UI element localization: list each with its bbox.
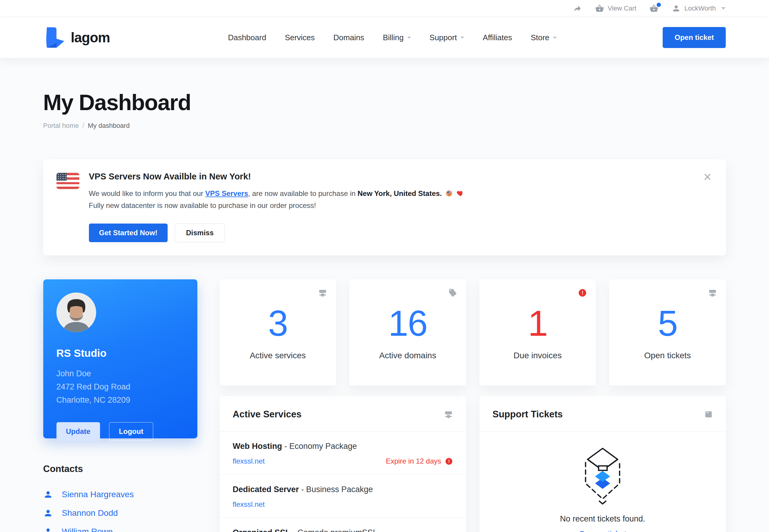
cart-notifications-button[interactable] <box>650 4 659 13</box>
profile-name: John Doe <box>56 367 184 380</box>
update-button[interactable]: Update <box>56 422 100 441</box>
breadcrumb-current: My dashboard <box>88 122 129 130</box>
support-empty-text: No recent tickets found. <box>479 514 726 524</box>
dismiss-button[interactable]: Dismiss <box>175 224 225 242</box>
breadcrumb-portal-home[interactable]: Portal home <box>43 122 79 130</box>
error-icon <box>578 288 587 297</box>
breadcrumb: Portal home / My dashboard <box>43 122 726 130</box>
share-button[interactable] <box>573 4 582 13</box>
person-icon <box>43 490 53 499</box>
contact-name: Shannon Dodd <box>62 508 118 518</box>
user-menu[interactable]: LockWorth <box>672 4 725 13</box>
basket-icon <box>595 4 604 13</box>
ticket-book-icon <box>704 410 713 419</box>
page-title: My Dashboard <box>43 90 726 115</box>
profile-address-line1: 2472 Red Dog Road <box>56 380 184 393</box>
service-domain-link[interactable]: flexssl.net <box>233 457 265 465</box>
open-ticket-button[interactable]: Open ticket <box>663 27 726 48</box>
stat-card-active-services[interactable]: 3 Active services <box>220 279 336 386</box>
service-row[interactable]: Organized SSL - Comodo premiumSSL <box>220 518 466 532</box>
contact-item[interactable]: Shannon Dodd <box>43 508 198 518</box>
stat-card-open-tickets[interactable]: 5 Open tickets <box>609 279 726 386</box>
stat-label: Active domains <box>349 351 466 360</box>
nav-item-domains[interactable]: Domains <box>333 33 364 42</box>
contact-name: Sienna Hargreaves <box>62 490 134 499</box>
open-a-ticket-link[interactable]: Open a ticket <box>579 530 626 532</box>
server-icon <box>318 288 327 297</box>
chevron-down-icon <box>721 7 725 10</box>
dashboard-page: View Cart LockWorth lagom Dashboard <box>0 0 769 532</box>
contact-item[interactable]: Sienna Hargreaves <box>43 489 198 500</box>
red-heart-emoji <box>456 189 464 197</box>
nav-item-affiliates[interactable]: Affiliates <box>483 33 512 42</box>
server-icon <box>708 288 717 297</box>
logo-text: lagom <box>71 29 110 46</box>
logout-button[interactable]: Logout <box>109 422 153 441</box>
stat-label: Active services <box>220 351 336 360</box>
nav-item-dashboard[interactable]: Dashboard <box>228 33 266 42</box>
chevron-down-icon <box>460 37 464 39</box>
banner-actions: Get Started Now! Dismiss <box>89 224 465 242</box>
active-services-panel: Active Services Web Hosting - Economy Pa… <box>220 396 466 532</box>
chevron-down-icon <box>553 37 556 39</box>
person-icon <box>43 508 53 518</box>
nav-item-services[interactable]: Services <box>285 33 315 42</box>
open-envelope-icon <box>576 446 629 506</box>
view-cart-label: View Cart <box>608 5 636 12</box>
nav-item-billing[interactable]: Billing <box>383 33 411 42</box>
service-title: Organized SSL - Comodo premiumSSL <box>233 528 453 532</box>
close-icon[interactable]: × <box>704 172 712 181</box>
chevron-down-icon <box>407 37 411 39</box>
banner-bold-text: New York, United States. <box>357 189 442 197</box>
utility-bar: View Cart LockWorth <box>0 0 769 17</box>
forward-arrow-icon <box>573 4 582 13</box>
stat-label: Due invoices <box>479 351 596 360</box>
lagom-logo-icon <box>43 26 65 50</box>
banner-text: We would like to inform you that our <box>89 189 206 197</box>
service-expire-badge: Expire in 12 days <box>386 457 453 465</box>
left-column: RS Studio John Doe 2472 Red Dog Road Cha… <box>43 279 198 532</box>
server-icon <box>444 410 453 419</box>
breadcrumb-separator: / <box>82 122 84 130</box>
user-name: LockWorth <box>684 5 716 12</box>
profile-company: RS Studio <box>56 347 184 359</box>
banner-body: We would like to inform you that our VPS… <box>89 188 465 199</box>
nav-item-support[interactable]: Support <box>430 33 464 42</box>
contact-item[interactable]: William Rowe <box>43 527 198 532</box>
nav-menu: Dashboard Services Domains Billing Suppo… <box>216 33 556 42</box>
service-title: Web Hosting - Economy Package <box>233 442 453 451</box>
person-icon <box>672 4 681 13</box>
profile-card: RS Studio John Doe 2472 Red Dog Road Cha… <box>43 279 198 438</box>
error-icon <box>445 457 453 465</box>
stat-label: Open tickets <box>609 351 726 360</box>
logo[interactable]: lagom <box>43 26 110 50</box>
service-domain-link[interactable]: flexssl.net <box>233 500 265 509</box>
profile-address: John Doe 2472 Red Dog Road Charlotte, NC… <box>56 367 184 407</box>
banner-title: VPS Servers Now Availble in New York! <box>89 172 465 182</box>
support-tickets-panel: Support Tickets <box>479 396 726 532</box>
contacts-list: Sienna Hargreaves Shannon Dodd William R… <box>43 489 198 532</box>
main-header: lagom Dashboard Services Domains Billing… <box>0 17 769 58</box>
nav-item-store[interactable]: Store <box>531 33 556 42</box>
banner-content: VPS Servers Now Availble in New York! We… <box>89 172 465 242</box>
tag-icon <box>448 288 457 297</box>
banner-text: , are now available to purchase in <box>248 189 357 197</box>
stat-card-due-invoices[interactable]: 1 Due invoices <box>479 279 596 386</box>
service-row[interactable]: Web Hosting - Economy Package flexssl.ne… <box>220 431 466 475</box>
profile-address-line2: Charlotte, NC 28209 <box>56 393 184 407</box>
service-row[interactable]: Dedicated Server - Business Pacakge flex… <box>220 475 466 518</box>
person-icon <box>43 527 53 532</box>
notification-dot <box>657 3 661 7</box>
contact-name: William Rowe <box>62 527 113 532</box>
vps-servers-link[interactable]: VPS Servers <box>205 189 248 197</box>
support-empty-state: No recent tickets found. Open a ticket <box>479 431 726 532</box>
right-column: 3 Active services 16 Active domains 1 Du… <box>220 279 726 532</box>
service-title: Dedicated Server - Business Pacakge <box>233 485 453 494</box>
get-started-button[interactable]: Get Started Now! <box>89 224 168 242</box>
view-cart-button[interactable]: View Cart <box>595 4 636 13</box>
avatar <box>56 293 96 332</box>
stat-card-active-domains[interactable]: 16 Active domains <box>349 279 466 386</box>
active-services-title: Active Services <box>233 409 302 420</box>
party-face-emoji <box>445 189 453 197</box>
us-flag-icon <box>56 173 79 189</box>
